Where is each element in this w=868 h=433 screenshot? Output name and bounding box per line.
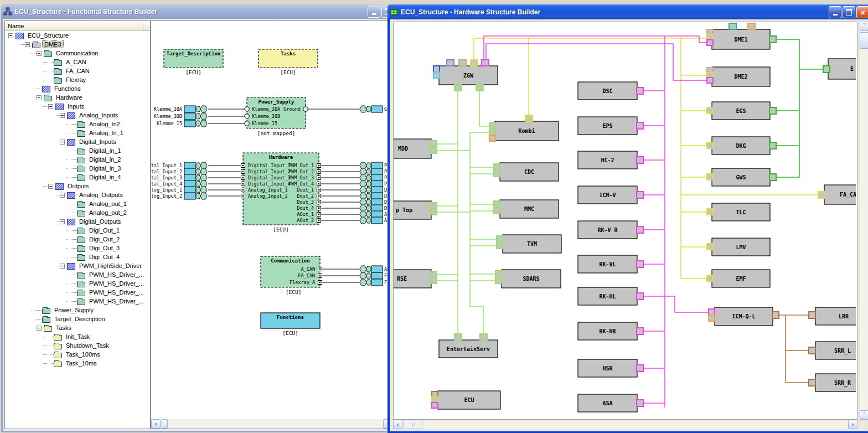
green-port[interactable] bbox=[494, 201, 500, 207]
minimize-button[interactable] bbox=[368, 6, 380, 18]
io-pin-log_input_2[interactable]: log_Input_2 bbox=[151, 193, 207, 199]
green-port[interactable] bbox=[431, 203, 437, 209]
tree-item-digital_in_1[interactable]: Digital_in_1 bbox=[5, 146, 150, 155]
tan-port[interactable] bbox=[707, 68, 713, 73]
magenta-port[interactable] bbox=[707, 78, 713, 83]
io-pin-a[interactable]: A bbox=[360, 266, 387, 272]
tree-expander-icon[interactable]: − bbox=[60, 113, 65, 118]
tree-expander-icon[interactable]: − bbox=[60, 219, 65, 224]
yellow-port[interactable] bbox=[471, 60, 478, 66]
tree-item-analog_in_1[interactable]: Analog_In_1 bbox=[5, 128, 150, 137]
hw-block-rk-v-r[interactable]: RK-V R bbox=[578, 221, 643, 239]
hw-block-gws[interactable]: GWS bbox=[707, 168, 776, 186]
hw-block-rk-vl[interactable]: RK-VL bbox=[578, 255, 643, 273]
io-pin-log_input_1[interactable]: log_Input_1 bbox=[151, 187, 207, 193]
tree-item-digital_inputs[interactable]: −Digital_Inputs bbox=[5, 137, 150, 146]
hw-block-rk-hl[interactable]: RK-HL bbox=[578, 287, 643, 305]
io-pin-d[interactable]: D bbox=[360, 199, 387, 205]
scroll-left-arrow-icon[interactable]: ‹ bbox=[151, 419, 161, 429]
hw-block-lrr[interactable]: LRR bbox=[809, 307, 856, 325]
dgreen-bus-wire[interactable] bbox=[776, 39, 799, 177]
func-block-target_description[interactable]: Target_Description[ECU] bbox=[164, 49, 223, 75]
tree-item-target_description[interactable]: Target_Description bbox=[5, 315, 150, 323]
tree-item-analog_inputs[interactable]: −Analog_Inputs bbox=[5, 111, 150, 120]
tree-expander-icon[interactable]: − bbox=[48, 184, 53, 189]
tree-expander-icon[interactable]: − bbox=[8, 33, 13, 38]
tan-port[interactable] bbox=[707, 29, 713, 34]
dgreen-port[interactable] bbox=[769, 142, 776, 149]
magenta-bus-wire[interactable] bbox=[484, 36, 707, 60]
functional-diagram-canvas[interactable]: Target_Description[ECU]Tasks[ECU]Power_S… bbox=[151, 21, 392, 419]
hw-block-p-top[interactable]: p Top bbox=[394, 201, 437, 219]
hw-block-rk-hr[interactable]: RK-HR bbox=[578, 322, 643, 340]
func-block-tasks[interactable]: Tasks[ECU] bbox=[259, 49, 318, 75]
tree-item-communication[interactable]: −Communication bbox=[5, 49, 150, 58]
tree-item-shutdown_task[interactable]: Shutdown_Task bbox=[5, 341, 150, 350]
tree-item-digi_out_4[interactable]: Digi_Out_4 bbox=[5, 252, 150, 261]
green-port[interactable] bbox=[431, 209, 437, 215]
tree-item-analog_out_2[interactable]: Analog_out_2 bbox=[5, 208, 150, 217]
green-port[interactable] bbox=[454, 85, 462, 91]
tree-item-task_10ms[interactable]: Task_10ms bbox=[5, 359, 150, 368]
tree-expander-icon[interactable]: − bbox=[37, 326, 42, 331]
hw-block-fa_ca[interactable]: FA_CA bbox=[818, 185, 856, 204]
dgreen-port[interactable] bbox=[769, 107, 776, 114]
minimize-button[interactable] bbox=[829, 6, 841, 18]
green-port[interactable] bbox=[494, 164, 500, 170]
green-port[interactable] bbox=[494, 171, 500, 177]
hw-block-mdd[interactable]: MDD bbox=[394, 139, 437, 158]
brown-port[interactable] bbox=[809, 312, 815, 318]
hardware-diagram-canvas[interactable]: ZGWKombiMDDp TopRSECDCMMCTVMSDARSEnterta… bbox=[394, 22, 857, 419]
hw-block-lmv[interactable]: LMV bbox=[707, 238, 770, 256]
io-pin-d[interactable]: D bbox=[360, 187, 387, 193]
yellow-port[interactable] bbox=[525, 115, 533, 121]
hw-block-emf[interactable]: EMF bbox=[707, 270, 770, 287]
tree-item-hardware[interactable]: −Hardware bbox=[5, 93, 150, 102]
yellow-port[interactable] bbox=[707, 73, 713, 78]
hw-block-zgw[interactable]: ZGW bbox=[433, 60, 498, 91]
scroll-right-arrow-icon[interactable]: › bbox=[848, 420, 857, 429]
io-pin-p[interactable]: P bbox=[360, 168, 387, 175]
right-vertical-scrollbar[interactable]: ˇ﻿ ˋ bbox=[860, 22, 868, 420]
hw-block-hsr[interactable]: HSR bbox=[578, 359, 643, 377]
brown-port[interactable] bbox=[432, 391, 438, 397]
green-port[interactable] bbox=[497, 236, 503, 242]
magenta-port[interactable] bbox=[482, 60, 489, 66]
scroll-left-arrow-icon[interactable]: ‹ bbox=[393, 420, 402, 429]
blue-port[interactable] bbox=[433, 66, 440, 72]
io-pin-p[interactable]: P bbox=[360, 162, 387, 169]
hw-block-e[interactable]: E bbox=[823, 59, 856, 79]
yellow-bus-wire[interactable] bbox=[474, 38, 707, 60]
tree-item-outputs[interactable]: −Outputs bbox=[5, 182, 150, 190]
green-port[interactable] bbox=[431, 147, 437, 153]
tree-item-pwm_hs_driver_...[interactable]: PWM_HS_Driver_... bbox=[5, 279, 150, 288]
maximize-button[interactable] bbox=[843, 6, 855, 18]
tree-expander-icon[interactable]: − bbox=[60, 140, 65, 145]
hw-block-dme1[interactable]: DME1 bbox=[707, 23, 776, 49]
hw-block-dkg[interactable]: DKG bbox=[707, 137, 776, 154]
scroll-up-arrow-icon[interactable]: ˇ bbox=[860, 22, 868, 31]
func-block-functions[interactable]: Functions[ECU] bbox=[261, 313, 320, 336]
tree-item-inputs[interactable]: −Inputs bbox=[5, 102, 150, 111]
tree-expander-icon[interactable]: − bbox=[60, 193, 65, 198]
tree-expander-icon[interactable]: − bbox=[48, 104, 53, 109]
green-port[interactable] bbox=[480, 334, 487, 340]
orange-port[interactable] bbox=[489, 135, 495, 141]
scrollbar-thumb[interactable] bbox=[860, 32, 868, 49]
orange-port[interactable] bbox=[748, 23, 755, 29]
io-pin-d[interactable]: D bbox=[360, 193, 387, 199]
io-pin-p[interactable]: P bbox=[360, 174, 387, 181]
green-bus-wire[interactable] bbox=[479, 91, 495, 126]
tree-item-fa_can[interactable]: FA_CAN bbox=[5, 66, 150, 75]
green-port[interactable] bbox=[489, 123, 495, 129]
hw-block-dme2[interactable]: DME2 bbox=[707, 67, 770, 86]
tree-item-digi_out_1[interactable]: Digi_Out_1 bbox=[5, 226, 150, 235]
green-port[interactable] bbox=[431, 277, 437, 283]
tree-item-init_task[interactable]: Init_Task bbox=[5, 332, 150, 341]
yellow-port[interactable] bbox=[818, 192, 825, 198]
green-bus-wire[interactable] bbox=[470, 307, 483, 334]
right-window-titlebar[interactable]: ECU_Structure - Hardware Structure Build… bbox=[388, 4, 868, 19]
magenta-port[interactable] bbox=[637, 293, 643, 300]
hw-block-tvm[interactable]: TVM bbox=[497, 235, 561, 253]
hw-block-kombi[interactable]: Kombi bbox=[489, 115, 559, 141]
